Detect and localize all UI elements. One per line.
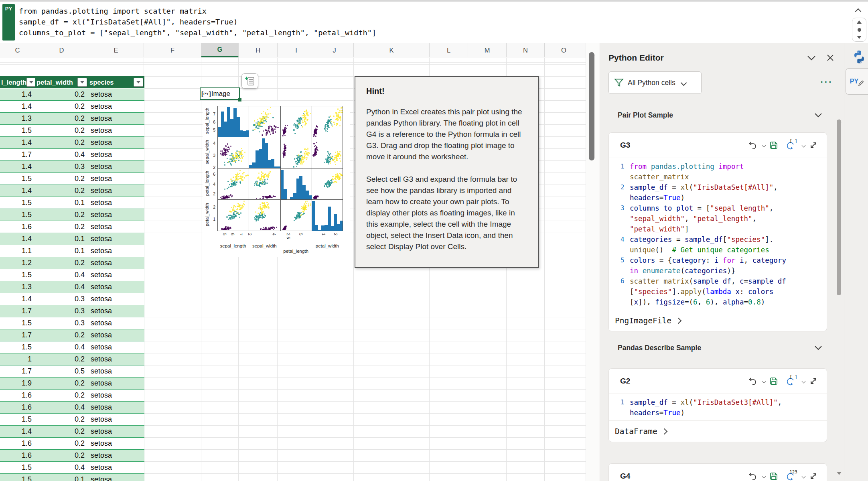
table-cell[interactable]: setosa (88, 101, 144, 112)
chevron-down-icon[interactable] (762, 474, 766, 478)
section-header-pair-plot-sample[interactable]: Pair Plot Sample (618, 109, 822, 121)
table-cell[interactable]: setosa (88, 377, 144, 389)
table-row[interactable]: 1.60.2setosa (0, 221, 144, 233)
table-cell[interactable]: setosa (88, 89, 144, 100)
table-cell[interactable]: 0.2 (35, 329, 88, 341)
code-card-g4[interactable]: G4123 (608, 463, 827, 481)
table-cell[interactable]: 1.5 (0, 462, 35, 473)
table-cell[interactable]: setosa (88, 161, 144, 173)
table-row[interactable]: 1.50.3setosa (0, 317, 144, 329)
table-row[interactable]: 1.60.2setosa (0, 450, 144, 462)
column-header-F[interactable]: F (144, 43, 201, 57)
column-header-L[interactable]: L (430, 43, 468, 57)
column-header-C[interactable]: C (0, 43, 35, 57)
table-cell[interactable]: 1 (0, 353, 35, 365)
table-row[interactable]: 1.40.1setosa (0, 233, 144, 245)
section-header-pandas-describe-sample[interactable]: Pandas Describe Sample (618, 342, 822, 354)
table-row[interactable]: 1.40.2setosa (0, 137, 144, 149)
table-cell[interactable]: 0.1 (35, 474, 88, 481)
table-cell[interactable]: 0.2 (35, 257, 88, 269)
filter-dropdown-icon[interactable] (134, 78, 143, 87)
table-cell[interactable]: 0.2 (35, 125, 88, 136)
table-cell[interactable]: 0.3 (35, 161, 88, 173)
table-cell[interactable]: setosa (88, 353, 144, 365)
table-cell[interactable]: 1.6 (0, 402, 35, 413)
table-row[interactable]: 1.30.2setosa (0, 113, 144, 125)
more-options-button[interactable]: ··· (817, 77, 837, 89)
chevron-down-icon[interactable] (762, 143, 766, 147)
column-header-G[interactable]: G (201, 43, 239, 57)
code-line[interactable]: headers=True) (609, 408, 824, 418)
table-row[interactable]: 1.50.4setosa (0, 341, 144, 353)
panel-scroll-up-icon[interactable] (837, 112, 842, 120)
table-cell[interactable]: 1.6 (0, 221, 35, 233)
column-header-I[interactable]: I (278, 43, 315, 57)
table-cell[interactable]: setosa (88, 317, 144, 329)
table-cell[interactable]: setosa (88, 269, 144, 281)
code-line[interactable]: 5colors = {category: i for i, category (609, 255, 824, 266)
table-cell[interactable]: 0.4 (35, 149, 88, 160)
code-editor[interactable]: 1sample_df = xl("IrisDataSet3[#All]",hea… (609, 394, 827, 420)
code-line[interactable]: headers=True) (609, 193, 824, 203)
table-cell[interactable]: setosa (88, 341, 144, 353)
column-header-M[interactable]: M (468, 43, 507, 57)
formula-line[interactable]: columns_to_plot = ["sepal_length", "sepa… (19, 27, 781, 38)
code-line[interactable]: 6scatter_matrix(sample_df, c=sample_df (609, 276, 824, 286)
table-cell[interactable]: 0.2 (35, 426, 88, 437)
table-cell[interactable]: 1.4 (0, 161, 35, 173)
table-cell[interactable]: setosa (88, 245, 144, 257)
undo-icon[interactable] (746, 471, 758, 481)
table-cell[interactable]: 0.2 (35, 390, 88, 401)
table-cell[interactable]: setosa (88, 137, 144, 148)
table-row[interactable]: 1.50.2setosa (0, 209, 144, 221)
filter-dropdown-icon[interactable] (77, 78, 87, 87)
table-cell[interactable]: 0.2 (35, 377, 88, 389)
table-cell[interactable]: 1.5 (0, 173, 35, 185)
table-cell[interactable]: 1.9 (0, 377, 35, 389)
table-row[interactable]: 1.50.1setosa (0, 474, 144, 481)
code-line[interactable]: [x]), figsize=(6, 6), alpha=0.8) (609, 297, 824, 307)
table-row[interactable]: 1.10.1setosa (0, 245, 144, 257)
table-cell[interactable]: 1.4 (0, 89, 35, 100)
table-row[interactable]: 1.50.2setosa (0, 125, 144, 137)
table-cell[interactable]: 0.3 (35, 293, 88, 305)
table-cell[interactable]: 0.3 (35, 317, 88, 329)
table-cell[interactable]: setosa (88, 257, 144, 269)
output-row-pngimagefile[interactable]: PngImageFile (609, 310, 827, 331)
python-editor-tab[interactable]: PY (846, 68, 868, 95)
table-cell[interactable]: 0.2 (35, 353, 88, 365)
expand-icon[interactable] (807, 375, 819, 387)
table-row[interactable]: 1.70.4setosa (0, 149, 144, 161)
table-cell[interactable]: setosa (88, 125, 144, 136)
table-row[interactable]: 1.50.2setosa (0, 414, 144, 426)
undo-icon[interactable] (746, 140, 758, 151)
code-line[interactable]: 1sample_df = xl("IrisDataSet3[#All]", (609, 397, 824, 408)
table-cell[interactable]: 0.2 (35, 173, 88, 185)
panel-close-icon[interactable] (826, 54, 836, 63)
table-cell[interactable]: 1.5 (0, 269, 35, 281)
formula-line[interactable]: sample_df = xl("IrisDataSet[#All]", head… (19, 16, 781, 27)
table-row[interactable]: 1.40.2setosa (0, 89, 144, 101)
table-cell[interactable]: 1.4 (0, 233, 35, 245)
table-cell[interactable]: 0.5 (35, 365, 88, 377)
table-row[interactable]: 1.70.5setosa (0, 365, 144, 377)
column-header-E[interactable]: E (88, 43, 144, 57)
table-cell[interactable]: 0.2 (35, 89, 88, 100)
table-cell[interactable]: setosa (88, 305, 144, 317)
table-cell[interactable]: setosa (88, 221, 144, 233)
panel-collapse-icon[interactable] (807, 55, 817, 63)
table-cell[interactable]: 1.4 (0, 293, 35, 305)
table-row[interactable]: 1.60.2setosa (0, 390, 144, 402)
table-row[interactable]: 1.20.2setosa (0, 257, 144, 269)
table-cell[interactable]: setosa (88, 209, 144, 221)
code-line[interactable]: "petal_width"] (609, 224, 824, 234)
table-cell[interactable]: 0.2 (35, 185, 88, 197)
output-type-icon[interactable]: 123 (782, 470, 798, 481)
scroll-up-icon[interactable] (857, 20, 862, 24)
formula-bar[interactable]: PY from pandas.plotting import scatter_m… (0, 2, 868, 43)
table-row[interactable]: 1.50.1setosa (0, 197, 144, 209)
code-editor[interactable]: 1from pandas.plotting importscatter_matr… (609, 158, 827, 310)
table-row[interactable]: 1.40.2setosa (0, 426, 144, 438)
panel-scroll-down-icon[interactable] (837, 475, 842, 481)
code-card-g3[interactable]: G3[ ]1from pandas.plotting importscatter… (608, 132, 827, 331)
